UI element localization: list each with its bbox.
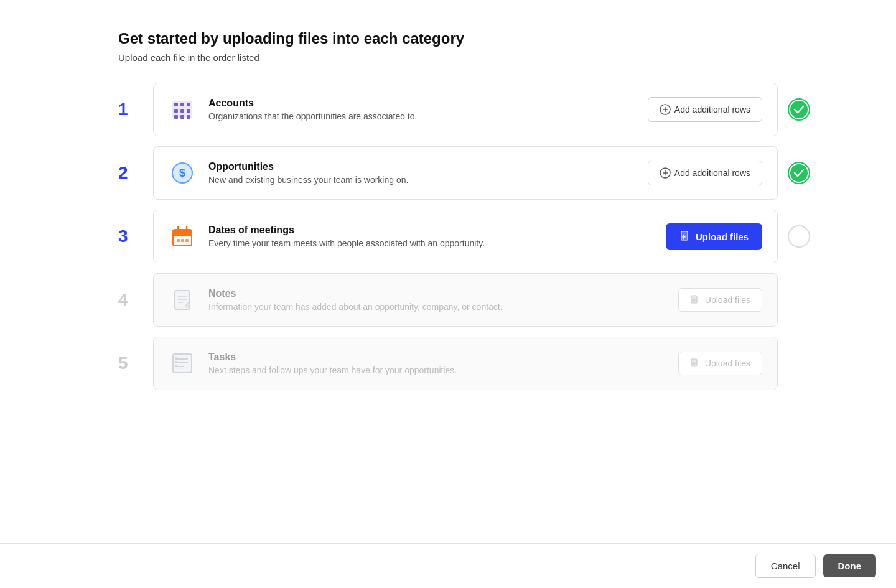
add-rows-button-accounts[interactable]: Add additional rows (648, 97, 762, 122)
svg-rect-7 (174, 115, 178, 119)
tasks-icon (169, 350, 196, 377)
svg-rect-9 (187, 115, 190, 119)
svg-point-22 (790, 164, 808, 182)
opportunities-icon: $ (169, 159, 196, 187)
svg-rect-1 (174, 103, 178, 106)
category-row-opportunities: 2 $ Opportunities New and existing busin… (118, 146, 778, 200)
svg-rect-45 (175, 361, 177, 363)
category-action-notes: Upload files (678, 288, 762, 312)
upload-doc-icon-disabled-tasks (690, 358, 700, 368)
main-content: Get started by uploading files into each… (0, 0, 896, 462)
category-info-notes: Notes Information your team has added ab… (208, 288, 663, 312)
category-action-accounts: Add additional rows (648, 97, 762, 122)
upload-button-tasks: Upload files (678, 352, 762, 375)
svg-point-14 (790, 101, 808, 118)
status-opportunities (788, 162, 810, 184)
category-name-opportunities: Opportunities (208, 161, 633, 172)
category-name-accounts: Accounts (208, 98, 633, 109)
svg-rect-29 (181, 239, 184, 242)
svg-rect-2 (180, 103, 184, 106)
upload-doc-icon (679, 231, 691, 242)
category-action-opportunities: Add additional rows (648, 161, 762, 185)
done-button[interactable]: Done (823, 554, 877, 577)
category-card-notes: Notes Information your team has added ab… (153, 273, 778, 327)
category-desc-tasks: Next steps and follow ups your team have… (208, 365, 663, 375)
svg-rect-4 (174, 109, 178, 113)
svg-rect-3 (187, 103, 190, 106)
step-number-2: 2 (118, 163, 143, 183)
svg-rect-46 (175, 365, 177, 367)
category-row-notes: 4 Notes Information your team has added … (118, 273, 778, 327)
accounts-icon (169, 96, 196, 123)
category-name-tasks: Tasks (208, 352, 663, 363)
svg-rect-30 (185, 239, 189, 242)
svg-text:$: $ (179, 167, 185, 179)
svg-rect-44 (175, 357, 177, 360)
step-number-1: 1 (118, 100, 143, 119)
cancel-button[interactable]: Cancel (755, 554, 816, 578)
upload-doc-icon-disabled-notes (690, 295, 700, 305)
category-card-accounts: Accounts Organizations that the opportun… (153, 83, 778, 136)
category-desc-accounts: Organizations that the opportunities are… (208, 111, 633, 121)
category-name-notes: Notes (208, 288, 663, 299)
category-info-opportunities: Opportunities New and existing business … (208, 161, 633, 185)
status-accounts (788, 98, 810, 121)
plus-circle-icon (660, 104, 671, 115)
step-number-5: 5 (118, 353, 143, 373)
category-info-accounts: Accounts Organizations that the opportun… (208, 98, 633, 121)
step-number-3: 3 (118, 226, 143, 246)
category-info-tasks: Tasks Next steps and follow ups your tea… (208, 352, 663, 375)
category-action-tasks: Upload files (678, 352, 762, 375)
category-name-meetings: Dates of meetings (208, 225, 651, 236)
svg-rect-5 (180, 109, 184, 113)
calendar-icon (169, 223, 196, 250)
svg-rect-28 (177, 239, 180, 242)
footer: Cancel Done (0, 543, 896, 588)
category-card-opportunities: $ Opportunities New and existing busines… (153, 146, 778, 200)
plus-circle-icon-2 (660, 167, 671, 179)
category-row-meetings: 3 Dates of meetings Every time your team… (118, 210, 778, 263)
page-title: Get started by uploading files into each… (118, 30, 778, 47)
svg-rect-6 (187, 109, 190, 113)
category-info-meetings: Dates of meetings Every time your team m… (208, 225, 651, 248)
upload-button-notes: Upload files (678, 288, 762, 312)
page-subtitle: Upload each file in the order listed (118, 52, 778, 63)
category-card-meetings: Dates of meetings Every time your team m… (153, 210, 778, 263)
category-desc-meetings: Every time your team meets with people a… (208, 238, 651, 248)
svg-rect-8 (180, 115, 184, 119)
category-row-accounts: 1 Accounts Organizati (118, 83, 778, 136)
category-card-tasks: Tasks Next steps and follow ups your tea… (153, 337, 778, 390)
upload-button-meetings[interactable]: Upload files (666, 223, 762, 250)
svg-rect-25 (173, 234, 192, 236)
category-desc-opportunities: New and existing business your team is w… (208, 175, 633, 185)
category-desc-notes: Information your team has added about an… (208, 302, 663, 312)
status-meetings (788, 225, 810, 248)
category-action-meetings: Upload files (666, 223, 762, 250)
step-number-4: 4 (118, 290, 143, 310)
notes-icon (169, 286, 196, 314)
category-row-tasks: 5 Tasks Next steps and follow ups your t… (118, 337, 778, 390)
add-rows-button-opportunities[interactable]: Add additional rows (648, 161, 762, 185)
